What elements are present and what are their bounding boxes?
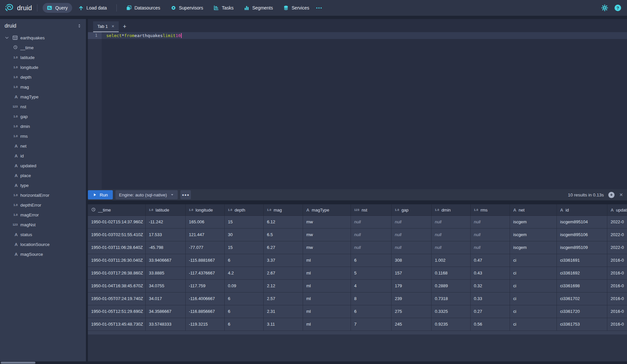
cell-longitude[interactable]: -117.4376667 [186, 267, 225, 279]
nav-item-query[interactable]: Query [43, 3, 72, 13]
cell-net[interactable]: ci [510, 293, 557, 305]
cell-gap[interactable]: 179 [392, 280, 432, 292]
scrollbar-thumb[interactable] [1, 362, 35, 364]
cell-magtype[interactable]: ml [303, 305, 351, 318]
cell--time[interactable]: 1950-01-03T02:51:55.410Z [88, 229, 146, 241]
cell-nst[interactable]: null [351, 229, 392, 241]
cell-magtype[interactable]: ml [303, 318, 351, 331]
cell-gap[interactable]: null [392, 216, 432, 228]
column-header--time[interactable]: __time [88, 204, 146, 215]
cell-depth[interactable]: 6 [225, 254, 264, 267]
cell-updated[interactable]: 2016-0 [607, 254, 627, 267]
cell-rms[interactable]: null [471, 241, 510, 254]
cell-gap[interactable]: null [392, 241, 432, 254]
editor-code-area[interactable]: select * from earthquakes limit 10 [102, 32, 627, 189]
cell-dmin[interactable]: 0.9235 [432, 318, 471, 331]
cell-mag[interactable]: 3.37 [264, 254, 303, 267]
cell-net[interactable]: iscgem [510, 241, 557, 254]
cell-id[interactable]: ci3361702 [557, 293, 607, 305]
cell-longitude[interactable]: 165.006 [186, 216, 225, 228]
cell--time[interactable]: 1950-01-03T17:26:38.860Z [88, 267, 146, 279]
cell-nst[interactable]: 6 [351, 305, 392, 318]
help-icon[interactable]: ? [615, 5, 621, 11]
cell-gap[interactable]: 239 [392, 293, 432, 305]
cell-latitude[interactable]: 34.017 [146, 293, 186, 305]
cell-rms[interactable]: 0.56 [471, 318, 510, 331]
sidebar-column-magnst[interactable]: 123magNst [0, 220, 86, 230]
sidebar-column-status[interactable]: Astatus [0, 230, 86, 239]
nav-item-tasks[interactable]: Tasks [209, 3, 238, 13]
sidebar-column-latitude[interactable]: 1.0latitude [0, 52, 86, 62]
nav-item-services[interactable]: Services [279, 3, 314, 13]
nav-item-segments[interactable]: Segments [240, 3, 277, 13]
cell-net[interactable]: ci [510, 305, 557, 318]
druid-brand[interactable]: druid [5, 3, 32, 13]
tab-close-icon[interactable]: ✕ [111, 24, 114, 29]
cell-mag[interactable]: 6.27 [264, 241, 303, 254]
sidebar-column-gap[interactable]: 1.0gap [0, 111, 86, 121]
tab-tab1[interactable]: Tab 1 ✕ [93, 21, 119, 32]
cell-updated[interactable]: 2016-0 [607, 280, 627, 292]
sidebar-column-horizontalerror[interactable]: 1.0horizontalError [0, 190, 86, 200]
cell-dmin[interactable]: 0.1168 [432, 267, 471, 279]
column-header-longitude[interactable]: 1.0longitude [186, 204, 225, 215]
nav-item-datasources[interactable]: Datasources [122, 3, 165, 13]
sidebar-column-rms[interactable]: 1.0rms [0, 131, 86, 141]
cell--time[interactable]: 1950-01-04T16:38:45.670Z [88, 280, 146, 292]
cell-latitude[interactable]: -11.242 [146, 216, 186, 228]
engine-select-button[interactable]: Engine: auto (sql-native) [115, 190, 178, 199]
nav-more-button[interactable]: ••• [314, 4, 325, 12]
cell-mag[interactable]: 6.5 [264, 229, 303, 241]
cell-net[interactable]: ci [510, 254, 557, 267]
nav-item-load-data[interactable]: Load data [74, 3, 111, 13]
cell--time[interactable]: 1950-01-03T11:26:30.040Z [88, 254, 146, 267]
cell-mag[interactable]: 2.12 [264, 280, 303, 292]
cell-rms[interactable]: 0.27 [471, 305, 510, 318]
cell-longitude[interactable]: -116.8856667 [186, 305, 225, 318]
column-header-latitude[interactable]: 1.0latitude [146, 204, 186, 215]
cell-updated[interactable]: 2022-0 [607, 241, 627, 254]
cell-latitude[interactable]: 17.533 [146, 229, 186, 241]
cell-id[interactable]: iscgem895109 [557, 241, 607, 254]
download-results-icon[interactable] [608, 192, 615, 198]
cell-longitude[interactable]: 121.447 [186, 229, 225, 241]
cell-gap[interactable]: 245 [392, 318, 432, 331]
cell-gap[interactable]: 275 [392, 305, 432, 318]
cell-gap[interactable]: 157 [392, 267, 432, 279]
sidebar-column-type[interactable]: Atype [0, 180, 86, 190]
column-header-mag[interactable]: 1.0mag [264, 204, 303, 215]
cell-depth[interactable]: 0.09 [225, 280, 264, 292]
cell-net[interactable]: iscgem [510, 216, 557, 228]
cell-latitude[interactable]: 34.3586667 [146, 305, 186, 318]
cell--time[interactable]: 1950-01-05T07:24:19.740Z [88, 293, 146, 305]
sidebar-column-depth[interactable]: 1.0depth [0, 72, 86, 82]
sidebar-column-magtype[interactable]: AmagType [0, 92, 86, 102]
cell-magtype[interactable]: ml [303, 293, 351, 305]
cell-dmin[interactable]: 0.2889 [432, 280, 471, 292]
cell-latitude[interactable]: -45.798 [146, 241, 186, 254]
cell-longitude[interactable]: -77.077 [186, 241, 225, 254]
cell-rms[interactable]: 0.32 [471, 280, 510, 292]
column-header-magtype[interactable]: AmagType [303, 204, 351, 215]
sidebar-column-updated[interactable]: Aupdated [0, 161, 86, 171]
cell-mag[interactable]: 6.12 [264, 216, 303, 228]
cell-nst[interactable]: 5 [351, 267, 392, 279]
cell--time[interactable]: 1950-01-05T13:45:48.730Z [88, 318, 146, 331]
column-header-net[interactable]: Anet [510, 204, 557, 215]
cell-id[interactable]: ci3361692 [557, 267, 607, 279]
cell-rms[interactable]: 0.47 [471, 254, 510, 267]
cell--time[interactable]: 1950-01-03T11:06:28.640Z [88, 241, 146, 254]
column-header-updated[interactable]: Aupdated [607, 204, 627, 215]
cell--time[interactable]: 1950-01-05T12:51:29.690Z [88, 305, 146, 318]
cell-magtype[interactable]: mw [303, 216, 351, 228]
cell-id[interactable]: ci3361720 [557, 305, 607, 318]
cell-depth[interactable]: 4.2 [225, 267, 264, 279]
cell-nst[interactable]: 7 [351, 318, 392, 331]
cell-longitude[interactable]: -117.759 [186, 280, 225, 292]
cell-dmin[interactable]: null [432, 216, 471, 228]
sql-query-line[interactable]: select * from earthquakes limit 10 [102, 32, 627, 39]
column-header-gap[interactable]: 1.0gap [392, 204, 432, 215]
cell-dmin[interactable]: null [432, 241, 471, 254]
cell-depth[interactable]: 6 [225, 318, 264, 331]
cell-updated[interactable]: 2022-0 [607, 229, 627, 241]
